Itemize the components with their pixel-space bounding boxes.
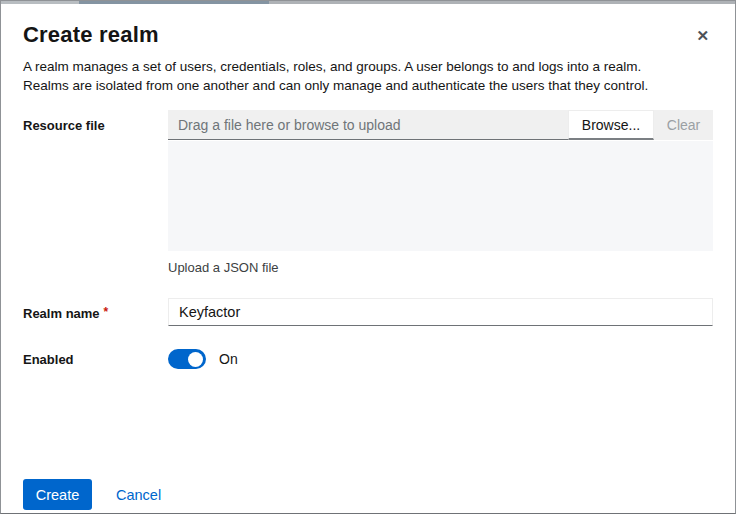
cancel-button[interactable]: Cancel <box>116 487 161 503</box>
file-dropzone[interactable] <box>168 141 713 251</box>
enabled-state-label: On <box>219 351 238 367</box>
close-button[interactable]: ✕ <box>694 26 711 45</box>
page-title: Create realm <box>23 22 713 48</box>
required-indicator: * <box>104 305 109 319</box>
resource-file-label: Resource file <box>23 110 168 275</box>
dialog-description: A realm manages a set of users, credenti… <box>23 57 713 95</box>
enabled-row: Enabled On <box>23 349 713 369</box>
realm-name-label: Realm name* <box>23 298 168 326</box>
enabled-label: Enabled <box>23 349 168 369</box>
file-helper-text: Upload a JSON file <box>168 260 713 275</box>
realm-name-input[interactable] <box>168 298 713 326</box>
realm-name-field <box>168 298 713 326</box>
create-button[interactable]: Create <box>23 479 92 510</box>
create-realm-form: Resource file Browse... Clear Upload a J… <box>23 110 713 369</box>
file-upload-bar: Browse... Clear <box>168 110 713 140</box>
browse-button[interactable]: Browse... <box>568 110 654 140</box>
dialog-header: Create realm ✕ <box>23 22 713 48</box>
description-line-1: A realm manages a set of users, credenti… <box>23 57 713 76</box>
realm-name-label-text: Realm name <box>23 306 100 321</box>
dialog-footer: Create Cancel <box>23 479 161 510</box>
toggle-knob-icon <box>188 352 203 367</box>
resource-file-row: Resource file Browse... Clear Upload a J… <box>23 110 713 275</box>
window-top-edge <box>1 1 735 4</box>
file-name-input[interactable] <box>168 110 568 140</box>
realm-name-row: Realm name* <box>23 298 713 326</box>
create-realm-dialog: Create realm ✕ A realm manages a set of … <box>0 0 736 514</box>
description-line-2: Realms are isolated from one another and… <box>23 76 713 95</box>
close-icon: ✕ <box>696 27 709 44</box>
enabled-toggle[interactable] <box>168 349 206 369</box>
resource-file-field: Browse... Clear Upload a JSON file <box>168 110 713 275</box>
enabled-field: On <box>168 349 713 369</box>
clear-button[interactable]: Clear <box>654 110 713 140</box>
